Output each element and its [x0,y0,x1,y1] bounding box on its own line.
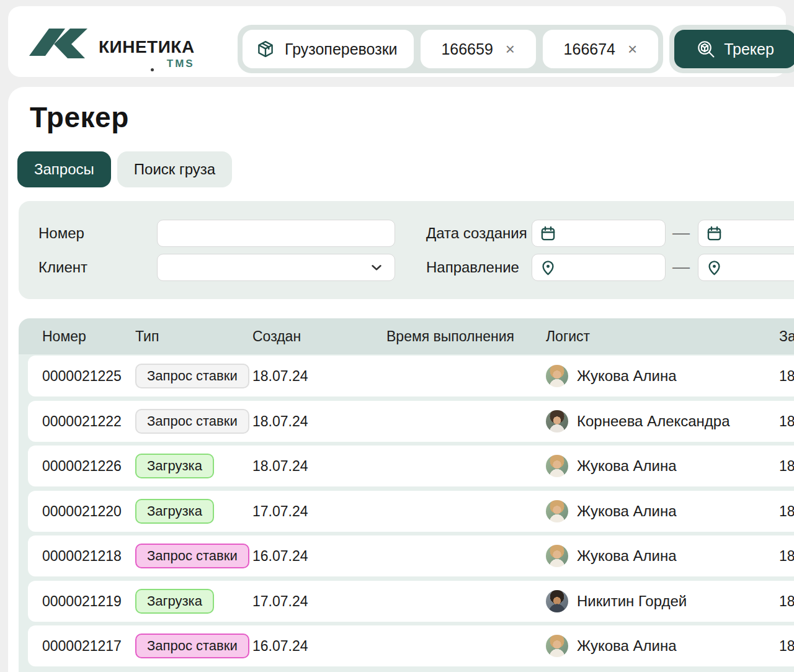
logist-cell: Никитин Гордей [546,581,687,622]
table-row[interactable]: 0000021222 Запрос ставки 18.07.24 Корнее… [28,401,794,442]
date-to-input[interactable] [698,220,794,247]
clipped-value: 18 [779,356,794,396]
table-row[interactable]: 0000021218 Запрос ставки 16.07.24 Жукова… [28,535,794,576]
table-row[interactable]: 0000021226 Загрузка 18.07.24 Жукова Алин… [28,446,794,486]
direction-from-input[interactable] [532,254,666,281]
logist-cell: Жукова Алина [546,535,677,576]
module-tab-strip: Грузоперевозки 166659 × 166674 × [238,25,663,73]
client-filter-label: Клиент [38,254,87,281]
tab-order-label: 166674 [564,40,615,58]
package-icon [256,40,275,58]
kinetika-logo-icon [29,27,91,60]
clipped-value: 18 [779,446,794,486]
request-number: 0000021218 [42,535,122,576]
logist-cell: Жукова Алина [546,491,677,532]
column-number: Номер [42,318,86,354]
table-row[interactable]: 0000021220 Загрузка 17.07.24 Жукова Алин… [28,491,794,532]
type-badge: Загрузка [135,499,214,524]
column-exec-time: Время выполнения [386,318,514,354]
tracker-search-icon [696,39,716,59]
table-body: 0000021225 Запрос ставки 18.07.24 Жукова… [19,354,794,672]
filters-panel: Номер Клиент Дата создания — Направление [19,201,794,299]
logist-name: Жукова Алина [577,367,677,385]
created-date: 16.07.24 [252,625,308,666]
date-created-label: Дата создания [426,220,527,247]
tab-tracker-label: Трекер [724,40,774,58]
calendar-icon [540,225,556,242]
avatar [546,365,568,387]
close-icon[interactable]: × [506,41,515,57]
created-date: 18.07.24 [252,446,308,486]
created-date: 18.07.24 [252,356,308,396]
direction-label: Направление [426,254,519,281]
tab-freight[interactable]: Грузоперевозки [243,30,414,68]
type-badge: Загрузка [135,454,214,478]
avatar [546,545,568,567]
avatar [546,410,568,432]
type-badge: Запрос ставки [135,634,249,658]
column-logist: Логист [546,318,590,354]
tab-freight-label: Грузоперевозки [285,40,398,58]
type-badge: Запрос ставки [135,364,249,388]
clipped-value: 18 [779,581,794,622]
tab-tracker[interactable]: Трекер [674,30,794,68]
brand-name: КИНЕТИКА [99,37,195,57]
direction-range-dash: — [667,254,695,281]
created-date: 17.07.24 [252,491,308,532]
logist-cell: Жукова Алина [546,356,677,396]
number-filter-label: Номер [38,220,84,247]
column-clipped: За [779,318,794,354]
avatar [546,590,568,612]
table-row[interactable]: 0000021217 Запрос ставки 16.07.24 Жукова… [28,625,794,666]
tab-order-166674[interactable]: 166674 × [543,30,658,68]
brand-suffix: TMS [99,58,195,70]
client-filter-select[interactable] [157,254,395,281]
created-date: 17.07.24 [252,581,308,622]
request-number: 0000021226 [42,446,122,486]
column-created: Создан [252,318,301,354]
column-type: Тип [135,318,159,354]
created-date: 18.07.24 [252,401,308,442]
table-row[interactable]: 0000021219 Загрузка 17.07.24 Никитин Гор… [28,581,794,622]
logist-name: Жукова Алина [577,503,677,520]
view-tabs: Запросы Поиск груза [17,151,232,187]
location-pin-icon [540,259,556,276]
date-range-dash: — [667,220,695,247]
request-number: 0000021220 [42,491,122,532]
table-header: Номер Тип Создан Время выполнения Логист… [19,318,794,354]
direction-to-input[interactable] [698,254,794,281]
brand-text: КИНЕТИКА TMS [99,27,195,70]
type-badge: Запрос ставки [135,544,249,568]
clipped-value: 18 [779,625,794,666]
brand-logo: КИНЕТИКА TMS [29,27,195,70]
request-number: 0000021225 [42,356,122,396]
chevron-down-icon [368,259,385,276]
logist-cell: Жукова Алина [546,625,677,666]
logist-name: Корнеева Александра [577,413,730,430]
type-badge: Загрузка [135,589,214,614]
table-row[interactable]: 0000021225 Запрос ставки 18.07.24 Жукова… [28,356,794,396]
avatar [546,635,568,657]
request-number: 0000021219 [42,581,122,622]
page-title: Трекер [30,101,129,134]
logist-name: Жукова Алина [577,547,677,565]
avatar [546,455,568,477]
request-number: 0000021222 [42,401,122,442]
created-date: 16.07.24 [252,535,308,576]
calendar-icon [706,225,723,242]
close-icon[interactable]: × [628,41,637,57]
location-pin-icon [706,259,723,276]
tab-order-label: 166659 [441,40,493,58]
main-content: Трекер Запросы Поиск груза Номер Клиент … [8,87,794,672]
clipped-value: 18 [779,491,794,532]
tab-requests[interactable]: Запросы [17,151,111,187]
dot [151,68,154,71]
logist-name: Жукова Алина [577,637,677,655]
date-from-input[interactable] [532,220,666,247]
top-bar: КИНЕТИКА TMS Грузоперевозки 166659 × 166… [8,6,786,77]
tab-cargo-search[interactable]: Поиск груза [117,151,232,187]
request-number: 0000021217 [42,625,122,666]
tab-order-166659[interactable]: 166659 × [421,30,536,68]
number-filter-input[interactable] [157,220,395,247]
logist-name: Никитин Гордей [577,593,687,610]
